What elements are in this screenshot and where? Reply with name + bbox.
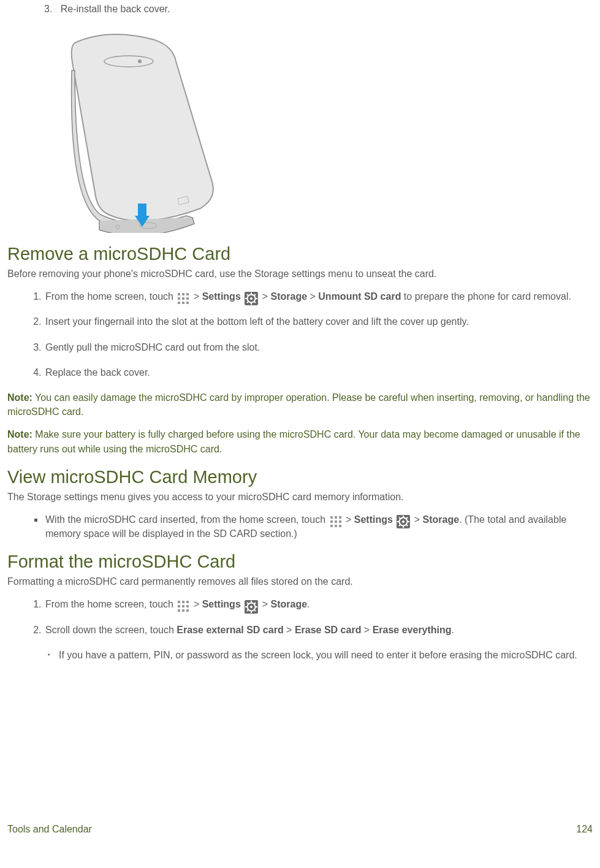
- format-steps: From the home screen, touch > Settings >…: [7, 597, 593, 636]
- remove-step-3: Gently pull the microSDHC card out from …: [44, 340, 593, 354]
- remove-step-2: Insert your fingernail into the slot at …: [44, 314, 593, 329]
- svg-rect-9: [186, 297, 189, 300]
- svg-line-38: [399, 517, 401, 519]
- step-text: Re-install the back cover.: [61, 4, 170, 14]
- svg-rect-29: [330, 525, 333, 527]
- svg-line-22: [254, 294, 256, 296]
- svg-rect-42: [178, 601, 180, 603]
- settings-label: Settings: [354, 514, 393, 525]
- svg-rect-48: [178, 609, 180, 612]
- heading-remove-card: Remove a microSDHC Card: [7, 244, 593, 264]
- settings-label: Settings: [202, 291, 241, 302]
- remove-intro: Before removing your phone's microSDHC c…: [7, 267, 593, 281]
- footer-page-number: 124: [576, 824, 593, 835]
- svg-rect-5: [182, 293, 184, 295]
- note-damage: Note: You can easily damage the microSDH…: [7, 390, 593, 419]
- settings-gear-icon: [245, 600, 258, 614]
- note-text: You can easily damage the microSDHC card…: [7, 392, 590, 417]
- settings-gear-icon: [245, 292, 258, 305]
- note-battery: Note: Make sure your battery is fully ch…: [7, 427, 593, 455]
- svg-rect-49: [182, 609, 184, 612]
- settings-label: Settings: [202, 599, 241, 609]
- format-sub-item: If you have a pattern, PIN, or password …: [59, 648, 593, 662]
- page-content: 3. Re-install the back cover. Remove a m…: [7, 4, 593, 837]
- storage-label: Storage: [270, 291, 307, 302]
- svg-rect-50: [186, 609, 189, 612]
- format-step-1: From the home screen, touch > Settings >…: [44, 597, 593, 611]
- svg-line-58: [254, 609, 256, 611]
- view-bullet-1: With the microSDHC card inserted, from t…: [44, 512, 593, 541]
- phone-back-cover-illustration: [50, 25, 228, 233]
- svg-rect-6: [186, 293, 189, 295]
- svg-rect-46: [182, 605, 184, 607]
- view-intro: The Storage settings menu gives you acce…: [7, 490, 593, 504]
- svg-rect-24: [335, 516, 337, 519]
- erase-external-label: Erase external SD card: [177, 625, 283, 635]
- svg-line-57: [247, 603, 249, 604]
- svg-line-41: [406, 517, 408, 519]
- svg-rect-25: [339, 516, 341, 519]
- note-text: Make sure your battery is fully charged …: [7, 429, 580, 454]
- svg-rect-31: [339, 525, 341, 527]
- remove-step-4: Replace the back cover.: [44, 365, 593, 379]
- svg-rect-10: [178, 302, 180, 304]
- step-reinstall-cover: 3. Re-install the back cover.: [7, 4, 593, 15]
- svg-rect-26: [330, 520, 333, 523]
- svg-rect-7: [178, 297, 180, 300]
- page-footer: Tools and Calendar 124: [7, 824, 593, 835]
- footer-section-title: Tools and Calendar: [7, 824, 92, 835]
- erase-sd-label: Erase SD card: [295, 625, 362, 635]
- storage-label: Storage: [423, 514, 460, 525]
- svg-rect-43: [182, 601, 184, 603]
- settings-gear-icon: [397, 515, 410, 528]
- svg-point-33: [402, 520, 404, 523]
- format-step-2: Scroll down the screen, touch Erase exte…: [44, 623, 593, 637]
- svg-rect-23: [330, 516, 333, 519]
- storage-label: Storage: [270, 599, 307, 609]
- note-label: Note:: [7, 392, 32, 403]
- svg-line-40: [399, 524, 401, 526]
- step-number: 3.: [44, 4, 52, 14]
- svg-rect-8: [182, 297, 184, 300]
- remove-step-1: From the home screen, touch > Settings >…: [44, 289, 593, 303]
- apps-grid-icon: [330, 516, 342, 528]
- svg-rect-30: [335, 525, 337, 527]
- svg-point-52: [250, 606, 253, 608]
- apps-grid-icon: [177, 292, 189, 305]
- svg-line-60: [254, 603, 256, 604]
- svg-line-39: [406, 524, 408, 526]
- erase-everything-label: Erase everything: [373, 625, 452, 635]
- note-label: Note:: [7, 429, 32, 440]
- remove-steps: From the home screen, touch > Settings >…: [7, 289, 593, 379]
- svg-line-21: [247, 301, 249, 303]
- heading-format-card: Format the microSDHC Card: [7, 552, 593, 572]
- svg-rect-28: [339, 520, 341, 523]
- format-sub-bullet: If you have a pattern, PIN, or password …: [7, 648, 593, 662]
- svg-point-1: [138, 59, 142, 63]
- svg-rect-47: [186, 605, 189, 607]
- svg-point-14: [250, 297, 253, 300]
- unmount-label: Unmount SD card: [318, 291, 401, 302]
- svg-rect-27: [335, 520, 337, 523]
- svg-rect-44: [186, 601, 189, 603]
- svg-line-19: [247, 294, 249, 296]
- svg-line-20: [254, 301, 256, 303]
- apps-grid-icon: [177, 600, 189, 612]
- svg-rect-11: [182, 302, 184, 304]
- heading-view-memory: View microSDHC Card Memory: [7, 467, 593, 487]
- format-intro: Formatting a microSDHC card permanently …: [7, 574, 593, 588]
- svg-rect-12: [186, 302, 189, 304]
- svg-rect-45: [178, 605, 180, 607]
- view-bullets: With the microSDHC card inserted, from t…: [7, 512, 593, 541]
- svg-rect-4: [178, 293, 180, 295]
- svg-line-59: [247, 609, 249, 611]
